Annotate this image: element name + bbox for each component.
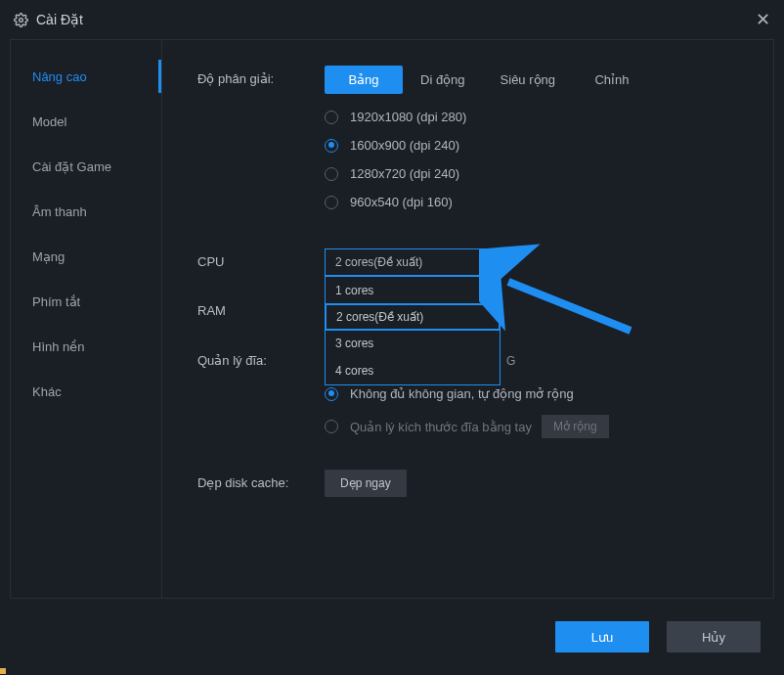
radio-icon <box>325 111 338 124</box>
content: Nâng cao Model Cài đặt Game Âm thanh Mạn… <box>10 39 774 599</box>
button-label: Lưu <box>591 630 613 645</box>
gear-icon <box>14 13 28 27</box>
disk-label: Quản lý đĩa: <box>197 347 325 368</box>
cpu-option[interactable]: 1 cores <box>326 277 500 304</box>
cache-label: Dẹp disk cache: <box>197 470 325 490</box>
svg-point-0 <box>20 18 23 22</box>
tab-label: Siêu rộng <box>501 72 555 87</box>
chevron-up-icon <box>482 260 490 265</box>
sidebar-item-network[interactable]: Mạng <box>11 234 161 279</box>
sidebar-item-wallpaper[interactable]: Hình nền <box>11 324 161 369</box>
sidebar-item-model[interactable]: Model <box>11 99 161 144</box>
save-button[interactable]: Lưu <box>555 621 649 652</box>
footer: Lưu Hủy <box>0 599 784 675</box>
radio-icon <box>325 420 338 433</box>
resolution-option[interactable]: 1280x720 (dpi 240) <box>325 166 754 181</box>
cancel-button[interactable]: Hủy <box>667 621 761 652</box>
sidebar-item-label: Mạng <box>32 249 65 264</box>
option-label: Quản lý kích thước đĩa bằng tay <box>350 420 532 434</box>
tab-label: Bảng <box>348 72 378 87</box>
titlebar: Cài Đặt ✕ <box>0 0 784 39</box>
clear-cache-button[interactable]: Dẹp ngay <box>325 470 407 497</box>
option-label: 1920x1080 (dpi 280) <box>350 110 466 124</box>
sidebar-item-label: Model <box>32 114 66 129</box>
sidebar-item-game[interactable]: Cài đặt Game <box>11 144 161 189</box>
tab-label: Chỉnh <box>594 72 629 87</box>
option-label: 4 cores <box>335 364 373 378</box>
cpu-option[interactable]: 4 cores <box>326 357 500 384</box>
ram-label: RAM <box>197 297 325 318</box>
option-label: 1 cores <box>335 284 373 297</box>
radio-icon <box>325 196 338 209</box>
resolution-options: 1920x1080 (dpi 280) 1600x900 (dpi 240) 1… <box>325 110 754 209</box>
cpu-select[interactable]: 2 cores(Đề xuất) 1 cores 2 cores(Đề xuất… <box>325 248 501 276</box>
radio-icon <box>325 167 338 181</box>
cpu-selected-value: 2 cores(Đề xuất) <box>335 255 422 269</box>
disk-unit: G <box>506 354 515 368</box>
sidebar-item-shortcut[interactable]: Phím tắt <box>11 279 161 324</box>
option-label: 960x540 (dpi 160) <box>350 195 453 209</box>
row-cpu: CPU 2 cores(Đề xuất) 1 cores 2 cores(Đề … <box>197 248 754 276</box>
option-label: Không đủ không gian, tự động mở rộng <box>350 386 574 401</box>
cpu-option[interactable]: 3 cores <box>326 330 500 357</box>
resolution-option[interactable]: 1600x900 (dpi 240) <box>325 138 754 153</box>
button-label: Hủy <box>702 630 725 645</box>
cpu-dropdown: 1 cores 2 cores(Đề xuất) 3 cores 4 cores <box>325 276 501 385</box>
tab-label: Di động <box>420 72 465 87</box>
sidebar-item-sound[interactable]: Âm thanh <box>11 189 161 234</box>
cpu-label: CPU <box>197 248 325 269</box>
sidebar-item-other[interactable]: Khác <box>11 369 161 414</box>
sidebar-item-advanced[interactable]: Nâng cao <box>11 54 161 99</box>
option-label: 2 cores(Đề xuất) <box>336 310 423 324</box>
close-icon[interactable]: ✕ <box>756 9 770 30</box>
main-panel: Độ phân giải: Bảng Di động Siêu rộng Chỉ… <box>162 40 773 598</box>
sidebar: Nâng cao Model Cài đặt Game Âm thanh Mạn… <box>11 40 162 598</box>
sidebar-item-label: Khác <box>32 384 62 399</box>
expand-button: Mở rộng <box>542 415 609 438</box>
tab-custom[interactable]: Chỉnh <box>573 66 651 94</box>
resolution-option[interactable]: 960x540 (dpi 160) <box>325 195 754 209</box>
window-title: Cài Đặt <box>36 12 83 27</box>
row-resolution: Độ phân giải: Bảng Di động Siêu rộng Chỉ… <box>197 66 754 223</box>
option-label: 3 cores <box>335 337 373 350</box>
sidebar-item-label: Hình nền <box>32 339 85 354</box>
row-cache: Dẹp disk cache: Dẹp ngay <box>197 470 754 497</box>
disk-option-auto[interactable]: Không đủ không gian, tự động mở rộng <box>325 386 754 401</box>
cpu-option[interactable]: 2 cores(Đề xuất) <box>325 303 501 331</box>
resolution-label: Độ phân giải: <box>197 66 325 86</box>
radio-icon <box>325 387 338 401</box>
option-label: 1600x900 (dpi 240) <box>350 138 459 153</box>
sidebar-item-label: Âm thanh <box>32 204 87 219</box>
edge-marker <box>0 668 6 674</box>
radio-icon <box>325 139 338 153</box>
option-label: 1280x720 (dpi 240) <box>350 166 459 181</box>
tab-mobile[interactable]: Di động <box>403 66 483 94</box>
sidebar-item-label: Cài đặt Game <box>32 159 111 174</box>
resolution-tabs: Bảng Di động Siêu rộng Chỉnh <box>325 66 754 94</box>
sidebar-item-label: Phím tắt <box>32 294 80 309</box>
sidebar-item-label: Nâng cao <box>32 69 87 84</box>
tab-wide[interactable]: Siêu rộng <box>483 66 573 94</box>
disk-option-manual[interactable]: Quản lý kích thước đĩa bằng tay Mở rộng <box>325 415 754 438</box>
tab-tablet[interactable]: Bảng <box>325 66 403 94</box>
resolution-option[interactable]: 1920x1080 (dpi 280) <box>325 110 754 124</box>
